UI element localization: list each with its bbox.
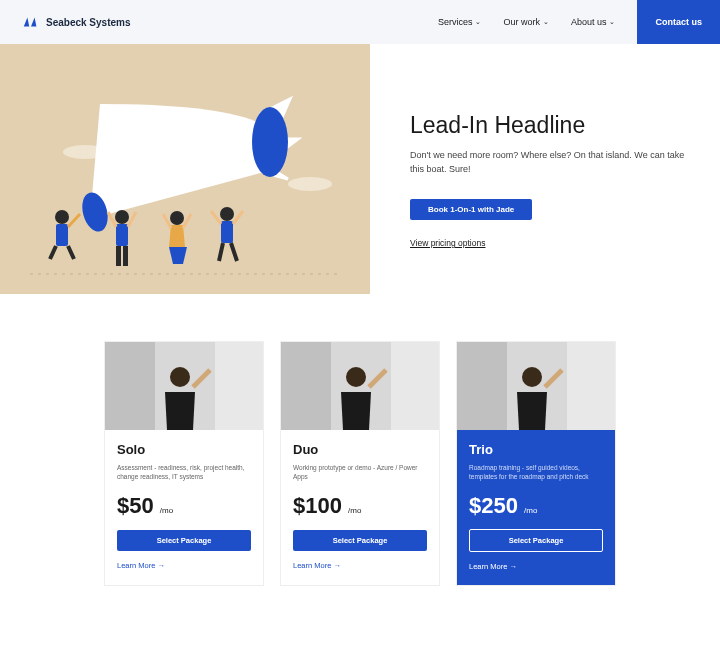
chevron-down-icon: ⌄ — [475, 18, 481, 26]
card-desc: Roadmap training - self guided videos, t… — [469, 463, 603, 481]
select-package-button[interactable]: Select Package — [293, 530, 427, 551]
hero-title: Lead-In Headline — [410, 112, 692, 139]
pricing-card-trio: Trio Roadmap training - self guided vide… — [457, 342, 615, 585]
svg-rect-21 — [391, 342, 439, 430]
card-title: Duo — [293, 442, 427, 457]
svg-point-2 — [288, 177, 332, 191]
svg-rect-10 — [123, 246, 128, 266]
card-desc: Working prototype or demo - Azure / Powe… — [293, 463, 427, 481]
card-desc: Assessment - readiness, risk, project he… — [117, 463, 251, 481]
svg-rect-24 — [457, 342, 507, 430]
card-price: $50 /mo — [117, 493, 251, 519]
svg-rect-20 — [281, 342, 331, 430]
svg-rect-13 — [221, 221, 233, 243]
hero-content: Lead-In Headline Don't we need more room… — [390, 44, 720, 294]
svg-rect-17 — [215, 342, 263, 430]
logo[interactable]: Seabeck Systems — [0, 15, 131, 29]
nav-our-work[interactable]: Our work⌄ — [503, 17, 549, 27]
svg-rect-9 — [116, 246, 121, 266]
svg-point-26 — [522, 367, 542, 387]
svg-point-11 — [170, 211, 184, 225]
pricing-card-duo: Duo Working prototype or demo - Azure / … — [281, 342, 439, 585]
svg-point-18 — [170, 367, 190, 387]
card-image — [105, 342, 263, 430]
svg-rect-16 — [105, 342, 155, 430]
svg-rect-8 — [116, 224, 128, 246]
learn-more-link[interactable]: Learn More → — [293, 561, 427, 570]
chevron-down-icon: ⌄ — [609, 18, 615, 26]
learn-more-link[interactable]: Learn More → — [117, 561, 251, 570]
nav-about-us[interactable]: About us⌄ — [571, 17, 616, 27]
svg-point-4 — [252, 107, 288, 177]
logo-icon — [22, 15, 40, 29]
card-image — [281, 342, 439, 430]
card-image — [457, 342, 615, 430]
svg-rect-6 — [56, 224, 68, 246]
svg-point-22 — [346, 367, 366, 387]
nav-services[interactable]: Services⌄ — [438, 17, 482, 27]
hero-section: Lead-In Headline Don't we need more room… — [0, 44, 720, 294]
card-price: $100 /mo — [293, 493, 427, 519]
card-title: Trio — [469, 442, 603, 457]
select-package-button[interactable]: Select Package — [117, 530, 251, 551]
brand-name: Seabeck Systems — [46, 17, 131, 28]
svg-rect-25 — [567, 342, 615, 430]
card-price: $250 /mo — [469, 493, 603, 519]
svg-point-12 — [220, 207, 234, 221]
pricing-card-solo: Solo Assessment - readiness, risk, proje… — [105, 342, 263, 585]
header: Seabeck Systems Services⌄ Our work⌄ Abou… — [0, 0, 720, 44]
contact-button[interactable]: Contact us — [637, 0, 720, 44]
pricing-link[interactable]: View pricing options — [410, 238, 485, 248]
nav: Services⌄ Our work⌄ About us⌄ Contact us — [438, 0, 720, 44]
card-title: Solo — [117, 442, 251, 457]
pricing-section: Solo Assessment - readiness, risk, proje… — [0, 294, 720, 615]
learn-more-link[interactable]: Learn More → — [469, 562, 603, 571]
hero-illustration — [0, 44, 370, 294]
svg-point-5 — [55, 210, 69, 224]
svg-point-7 — [115, 210, 129, 224]
hero-subtitle: Don't we need more room? Where else? On … — [410, 149, 692, 176]
chevron-down-icon: ⌄ — [543, 18, 549, 26]
book-button[interactable]: Book 1-On-1 with Jade — [410, 199, 532, 220]
select-package-button[interactable]: Select Package — [469, 529, 603, 552]
